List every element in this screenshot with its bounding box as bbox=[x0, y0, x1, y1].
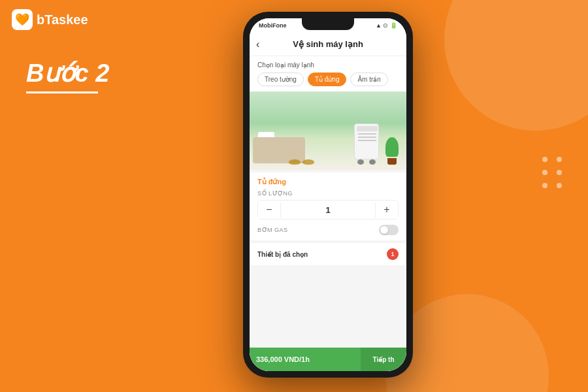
phone-wrapper: MobiFone ▲ ⊙ 🔋 ‹ Vệ sinh máy lạnh Chọn l… bbox=[243, 12, 413, 378]
bom-gas-option: BƠM GAS bbox=[257, 225, 399, 235]
quantity-row: − 1 + bbox=[257, 200, 399, 220]
carrier-text: MobiFone bbox=[259, 22, 287, 29]
ac-vent bbox=[358, 133, 376, 143]
ac-wheels bbox=[357, 159, 376, 165]
type-btn-tu-dung[interactable]: Tủ đứng bbox=[308, 73, 347, 86]
vent-line-2 bbox=[358, 137, 376, 138]
slipper-2 bbox=[302, 159, 314, 165]
wheel-2 bbox=[369, 159, 376, 165]
product-image bbox=[250, 91, 406, 170]
increase-button[interactable]: + bbox=[376, 201, 398, 219]
price-section[interactable]: 336,000 VND/1h bbox=[250, 348, 361, 371]
type-btn-am-tran[interactable]: Âm trần bbox=[350, 73, 387, 86]
decrease-button[interactable]: − bbox=[258, 201, 280, 219]
dot-6 bbox=[557, 183, 562, 188]
dot-1 bbox=[542, 157, 547, 162]
ac-unit-scene bbox=[250, 91, 406, 170]
next-text: Tiếp th bbox=[372, 356, 394, 363]
step-label: Bước 2 bbox=[26, 59, 109, 93]
logo-text: bTaskee bbox=[37, 12, 88, 27]
slipper-1 bbox=[289, 159, 301, 165]
toggle-knob bbox=[380, 226, 388, 234]
type-btn-treo-tuong[interactable]: Treo tường bbox=[257, 73, 304, 86]
back-button[interactable]: ‹ bbox=[256, 39, 259, 50]
selected-badge: 1 bbox=[387, 248, 399, 260]
screen-content: Chọn loại máy lạnh Treo tường Tủ đứng Âm… bbox=[250, 56, 406, 371]
bg-circle-top bbox=[444, 0, 588, 131]
logo-icon: 🧡 bbox=[12, 9, 33, 30]
next-button[interactable]: Tiếp th bbox=[361, 348, 406, 371]
bom-gas-label: BƠM GAS bbox=[257, 227, 288, 233]
dot-5 bbox=[542, 183, 547, 188]
bom-gas-toggle[interactable] bbox=[379, 225, 399, 235]
ac-body bbox=[354, 123, 379, 159]
detail-type-name: Tủ đứng bbox=[257, 178, 399, 186]
logo-bar: 🧡 bTaskee bbox=[12, 9, 88, 30]
nav-title: Vệ sinh máy lạnh bbox=[293, 39, 363, 49]
choose-type-section: Chọn loại máy lạnh Treo tường Tủ đứng Âm… bbox=[250, 56, 406, 91]
dot-4 bbox=[557, 170, 562, 175]
step-underline bbox=[26, 91, 98, 93]
type-buttons: Treo tường Tủ đứng Âm trần bbox=[257, 73, 399, 86]
wheel-1 bbox=[357, 159, 364, 165]
dot-2 bbox=[557, 157, 562, 162]
dot-3 bbox=[542, 170, 547, 175]
slippers bbox=[289, 159, 314, 165]
phone-notch bbox=[302, 18, 354, 30]
quantity-label: SỐ LƯỢNG bbox=[257, 190, 399, 197]
bottom-bar: 336,000 VND/1h Tiếp th bbox=[250, 348, 406, 371]
detail-section: Tủ đứng SỐ LƯỢNG − 1 + BƠM GAS bbox=[250, 172, 406, 240]
ac-top bbox=[357, 126, 378, 131]
dots-decoration bbox=[542, 157, 563, 188]
plant-leaves bbox=[385, 137, 399, 157]
bed bbox=[253, 131, 305, 163]
nav-bar: ‹ Vệ sinh máy lạnh bbox=[250, 33, 406, 56]
phone-screen: MobiFone ▲ ⊙ 🔋 ‹ Vệ sinh máy lạnh Chọn l… bbox=[250, 18, 406, 371]
selected-bar[interactable]: Thiết bị đã chọn 1 bbox=[250, 243, 406, 265]
choose-type-label: Chọn loại máy lạnh bbox=[257, 61, 399, 69]
status-icons: ▲ ⊙ 🔋 bbox=[376, 22, 397, 29]
step-title: Bước 2 bbox=[26, 59, 109, 88]
plant bbox=[387, 137, 399, 165]
plant-pot bbox=[387, 158, 397, 165]
selected-label: Thiết bị đã chọn bbox=[257, 251, 308, 258]
quantity-value: 1 bbox=[280, 203, 376, 218]
price-text: 336,000 VND/1h bbox=[256, 355, 310, 363]
vent-line-3 bbox=[358, 140, 376, 141]
vent-line-1 bbox=[358, 133, 376, 135]
portable-ac bbox=[354, 122, 380, 165]
phone-shell: MobiFone ▲ ⊙ 🔋 ‹ Vệ sinh máy lạnh Chọn l… bbox=[243, 12, 413, 378]
